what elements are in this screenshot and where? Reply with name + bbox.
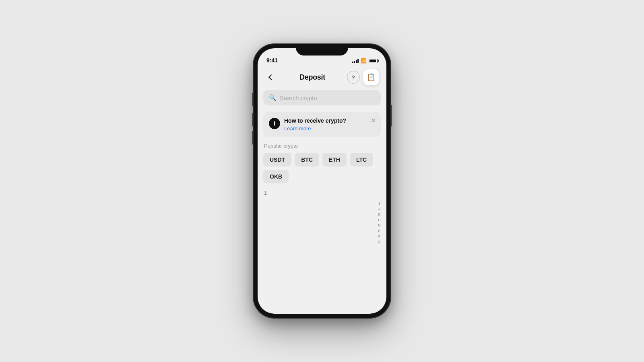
alpha-index-e[interactable]: E xyxy=(378,228,381,234)
phone-mockup: 9:41 📶 Deposit xyxy=(254,44,390,318)
alpha-index-1[interactable]: 1 xyxy=(378,201,381,206)
phone-notch xyxy=(296,44,348,56)
back-button[interactable] xyxy=(265,71,278,84)
alpha-index-b[interactable]: B xyxy=(378,212,381,217)
search-bar[interactable]: 🔍 Search crypto xyxy=(263,90,381,105)
header-actions: ? 📋 xyxy=(347,69,379,85)
search-placeholder: Search crypto xyxy=(280,95,317,101)
popular-crypto-label: Popular crypto xyxy=(264,143,380,149)
app-header: Deposit ? 📋 xyxy=(258,66,386,90)
battery-icon xyxy=(369,59,378,63)
alpha-index-c[interactable]: C xyxy=(378,218,381,223)
crypto-pill-usdt[interactable]: USDT xyxy=(263,153,291,167)
alpha-index-d[interactable]: D xyxy=(378,223,381,228)
alpha-index-g[interactable]: G xyxy=(378,239,381,245)
help-button[interactable]: ? xyxy=(347,71,360,84)
crypto-pill-eth[interactable]: ETH xyxy=(322,153,347,167)
clipboard-clock-icon: 📋 xyxy=(367,73,376,82)
crypto-pills-container: USDT BTC ETH LTC OKB xyxy=(258,153,386,183)
status-icons: 📶 xyxy=(352,58,378,64)
phone-screen: 9:41 📶 Deposit xyxy=(258,48,386,314)
info-icon: i xyxy=(269,118,280,129)
chevron-left-icon xyxy=(268,74,274,80)
alpha-index-sidebar: 1 A B C D E F G xyxy=(378,201,381,245)
close-icon[interactable]: ✕ xyxy=(371,117,376,124)
section-number: 1 xyxy=(264,190,380,196)
crypto-pill-ltc[interactable]: LTC xyxy=(350,153,373,167)
page-title: Deposit xyxy=(299,73,325,82)
wifi-icon: 📶 xyxy=(361,58,367,64)
learn-more-link[interactable]: Learn more xyxy=(284,125,346,132)
signal-icon xyxy=(352,59,359,63)
history-button[interactable]: 📋 xyxy=(363,69,379,85)
info-text: How to receive crypto? Learn more xyxy=(284,117,346,132)
status-time: 9:41 xyxy=(266,57,278,64)
info-title: How to receive crypto? xyxy=(284,117,346,124)
crypto-pill-okb[interactable]: OKB xyxy=(263,170,289,183)
search-container: 🔍 Search crypto xyxy=(263,90,381,105)
question-mark-icon: ? xyxy=(352,74,355,80)
alpha-index-f[interactable]: F xyxy=(378,234,381,239)
info-banner: i How to receive crypto? Learn more ✕ xyxy=(263,112,381,137)
crypto-pill-btc[interactable]: BTC xyxy=(295,153,319,167)
screen-content: Deposit ? 📋 🔍 Search crypto xyxy=(258,66,386,314)
search-icon: 🔍 xyxy=(269,94,277,101)
alpha-index-a[interactable]: A xyxy=(378,207,381,212)
